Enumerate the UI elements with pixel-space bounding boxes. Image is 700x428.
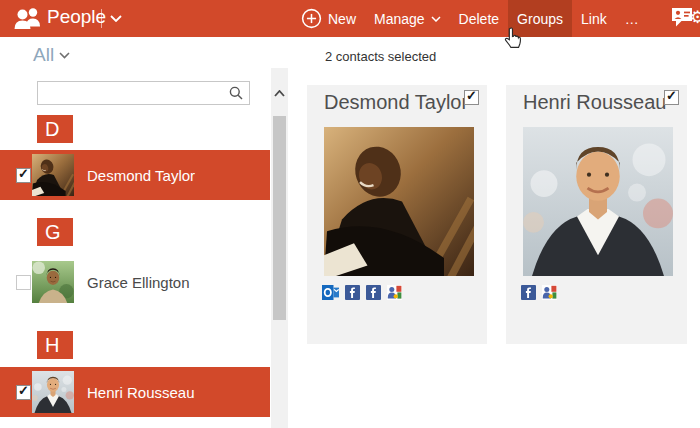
contact-checkbox[interactable] (16, 168, 31, 183)
linked-networks (322, 285, 402, 300)
contact-card[interactable]: Desmond Taylor (307, 85, 487, 344)
search-icon[interactable] (228, 85, 244, 101)
scroll-up-icon[interactable] (274, 90, 285, 97)
contact-row[interactable]: Grace Ellington (0, 257, 270, 307)
topbar-nav: NewManageDeleteGroupsLink… (292, 0, 648, 37)
topbar-action-label: Groups (517, 11, 563, 27)
letter-header-g[interactable]: G (37, 218, 73, 246)
mouse-cursor (504, 27, 522, 53)
henri-photo (32, 371, 74, 413)
chevron-down-icon (431, 16, 441, 22)
facebook-icon (345, 285, 360, 300)
topbar-action-label: Delete (459, 11, 499, 27)
letter-header-d[interactable]: D (37, 115, 73, 143)
topbar-action-label: … (625, 11, 639, 27)
title-divider (101, 9, 102, 28)
contact-card-name: Henri Rousseau (523, 91, 666, 114)
topbar: People NewManageDeleteGroupsLink… ⚙ (0, 0, 700, 37)
topbar-action-delete[interactable]: Delete (450, 0, 508, 37)
topbar-action-manage[interactable]: Manage (365, 0, 450, 37)
contact-checkbox[interactable] (16, 275, 31, 290)
people-icon (13, 7, 43, 30)
contact-name: Desmond Taylor (87, 150, 195, 200)
linked-networks (521, 285, 557, 300)
contact-row[interactable]: Desmond Taylor (0, 150, 270, 200)
grace-photo (32, 261, 74, 303)
main-panel: 2 contacts selected Desmond TaylorHenri … (288, 37, 700, 428)
topbar-action-label: New (328, 11, 356, 27)
letter-header-h[interactable]: H (37, 331, 73, 359)
henri-photo (523, 127, 673, 276)
app-title: People (47, 6, 106, 28)
chevron-down-icon (59, 52, 70, 59)
facebook-icon (366, 285, 381, 300)
scrollbar[interactable] (271, 68, 288, 428)
topbar-action-label: Link (581, 11, 607, 27)
contact-name: Henri Rousseau (87, 367, 195, 417)
desmond-photo (324, 127, 474, 276)
filter-dropdown[interactable]: All (33, 44, 70, 66)
search-input[interactable] (37, 81, 250, 105)
contact-row[interactable]: Henri Rousseau (0, 367, 270, 417)
topbar-action-label: Manage (374, 11, 425, 27)
google-icon (387, 285, 402, 300)
sidebar: All DDesmond TaylorGGrace EllingtonHHenr… (0, 37, 270, 428)
search-box (37, 81, 250, 105)
scrollbar-thumb[interactable] (273, 116, 286, 320)
contact-name: Grace Ellington (87, 257, 190, 307)
outlook-icon (322, 285, 339, 300)
google-icon (542, 285, 557, 300)
topbar-action-link[interactable]: Link (572, 0, 616, 37)
contact-card-name: Desmond Taylor (324, 91, 468, 114)
filter-label: All (33, 44, 54, 66)
gear-icon[interactable]: ⚙ (690, 8, 700, 28)
desmond-photo (32, 154, 74, 196)
contact-card[interactable]: Henri Rousseau (506, 85, 687, 344)
contact-checkbox[interactable] (464, 90, 479, 105)
chevron-down-icon[interactable] (110, 15, 122, 22)
contact-checkbox[interactable] (16, 385, 31, 400)
facebook-icon (521, 285, 536, 300)
topbar-action-more[interactable]: … (616, 0, 648, 37)
topbar-action-new[interactable]: New (292, 0, 365, 37)
plus-circle-icon (301, 8, 322, 29)
contact-checkbox[interactable] (664, 90, 679, 105)
selection-status: 2 contacts selected (325, 49, 436, 64)
